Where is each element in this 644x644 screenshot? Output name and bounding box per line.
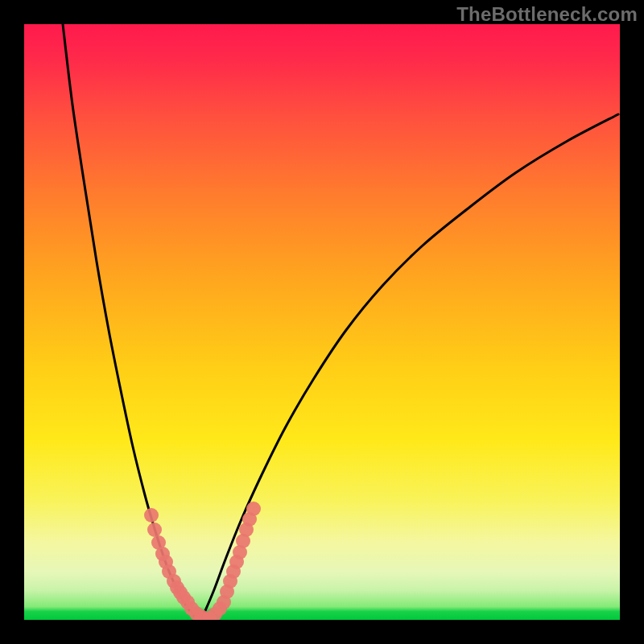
curve-curve-right [201,114,618,620]
watermark-text: TheBottleneck.com [456,3,638,26]
marker-dot [246,502,261,516]
curve-layer [63,24,618,620]
plot-area [24,24,620,620]
curve-curve-left [63,24,201,620]
marker-layer [144,502,261,620]
marker-dot [147,522,162,537]
marker-dot [144,508,159,522]
chart-svg [24,24,620,620]
chart-frame: TheBottleneck.com [0,0,644,644]
